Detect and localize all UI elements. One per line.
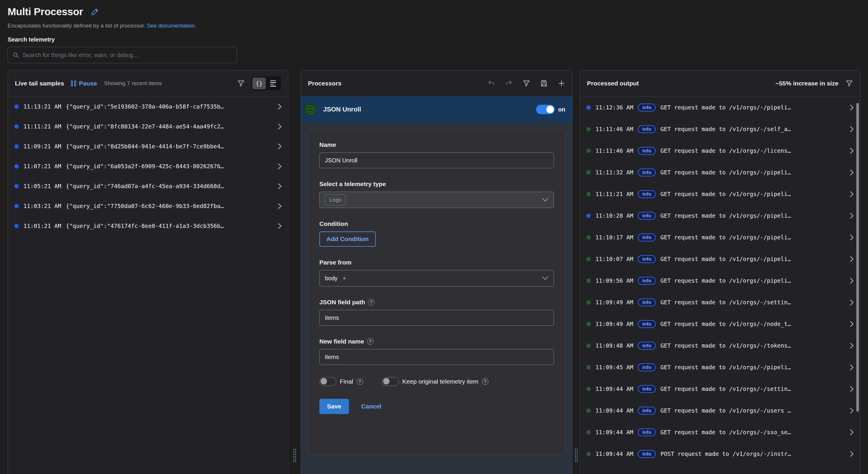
chevron-right-icon[interactable] xyxy=(850,256,854,262)
new-field-name-input[interactable] xyxy=(319,349,554,365)
search-input[interactable] xyxy=(23,52,232,59)
processed-output-row[interactable]: 11:09:49 AM info GET request made to /v1… xyxy=(580,313,860,335)
processor-enabled-toggle[interactable] xyxy=(536,105,555,114)
chevron-right-icon[interactable] xyxy=(850,126,854,132)
chevron-right-icon[interactable] xyxy=(850,408,854,414)
name-label: Name xyxy=(319,141,554,148)
telemetry-type-chip: Logs xyxy=(325,194,346,205)
processed-output-row[interactable]: 11:12:36 AM info GET request made to /v1… xyxy=(580,96,860,118)
log-level-dot xyxy=(14,204,19,208)
save-button[interactable]: Save xyxy=(319,399,349,414)
processed-output-row[interactable]: 11:10:17 AM info GET request made to /v1… xyxy=(580,227,860,248)
processed-output-filter-button[interactable] xyxy=(845,80,853,87)
log-message: GET request made to /v1/orgs/-/pipeli… xyxy=(660,104,791,111)
chevron-right-icon[interactable] xyxy=(850,429,854,435)
chevron-right-icon[interactable] xyxy=(850,278,854,284)
chevron-right-icon[interactable] xyxy=(850,148,854,154)
log-message: GET request made to /v1/orgs/-/settin… xyxy=(660,386,791,392)
live-tail-row[interactable]: 11:11:21 AM {"query_id":"8fc80134-22e7-4… xyxy=(8,116,288,136)
scrollbar-thumb[interactable] xyxy=(856,103,859,412)
chevron-right-icon[interactable] xyxy=(850,321,854,327)
chevron-right-icon[interactable] xyxy=(850,299,854,305)
processed-output-row[interactable]: 11:09:44 AM info GET request made to /v1… xyxy=(580,421,860,443)
resize-grip-icon[interactable] xyxy=(575,449,578,462)
chevron-right-icon[interactable] xyxy=(850,451,854,457)
help-icon[interactable]: ? xyxy=(482,378,488,385)
chevron-right-icon[interactable] xyxy=(850,364,854,371)
processor-row-json-unroll[interactable]: JSON Unroll on xyxy=(301,96,572,122)
resize-grip-icon[interactable] xyxy=(293,449,296,462)
live-tail-row[interactable]: 11:13:21 AM {"query_id":"5e193602-378a-4… xyxy=(8,96,288,116)
parse-from-select[interactable]: body + xyxy=(319,270,554,287)
live-tail-row[interactable]: 11:01:21 AM {"query_id":"476174fc-8ee0-4… xyxy=(8,216,288,236)
live-tail-row[interactable]: 11:09:21 AM {"query_id":"8d25b844-941e-4… xyxy=(8,136,288,156)
info-level-badge: info xyxy=(638,125,656,133)
chevron-right-icon[interactable] xyxy=(850,213,854,219)
chevron-right-icon[interactable] xyxy=(850,386,854,392)
info-level-badge: info xyxy=(638,320,656,328)
chevron-right-icon[interactable] xyxy=(278,143,282,149)
name-input[interactable] xyxy=(319,152,554,168)
chevron-right-icon[interactable] xyxy=(850,191,854,197)
chevron-right-icon[interactable] xyxy=(278,123,282,129)
log-level-dot xyxy=(14,164,19,169)
processed-output-row[interactable]: 11:09:44 AM info GET request made to /v1… xyxy=(580,378,860,400)
log-level-dot xyxy=(586,452,591,456)
processors-filter-button[interactable] xyxy=(523,80,530,87)
chevron-right-icon[interactable] xyxy=(278,163,282,170)
log-message: GET request made to /v1/orgs/-/self_a… xyxy=(660,126,791,132)
json-field-path-input[interactable] xyxy=(319,310,554,326)
see-documentation-link[interactable]: See documentation. xyxy=(147,23,196,29)
log-level-dot xyxy=(586,170,591,175)
live-tail-filter-button[interactable] xyxy=(237,80,245,87)
add-processor-button[interactable] xyxy=(558,80,565,87)
chevron-right-icon[interactable] xyxy=(850,343,854,349)
chevron-right-icon[interactable] xyxy=(278,223,282,229)
keep-original-toggle[interactable] xyxy=(382,377,399,386)
help-icon[interactable]: ? xyxy=(357,378,363,385)
chevron-right-icon[interactable] xyxy=(850,234,854,240)
chevron-right-icon[interactable] xyxy=(278,183,282,189)
processed-output-row[interactable]: 11:11:32 AM info GET request made to /v1… xyxy=(580,161,860,183)
chevron-right-icon[interactable] xyxy=(850,105,854,111)
list-view-button[interactable] xyxy=(267,78,280,89)
help-icon[interactable]: ? xyxy=(368,299,374,305)
cancel-button[interactable]: Cancel xyxy=(361,403,381,410)
processors-header: Processors xyxy=(301,70,572,96)
processed-output-row[interactable]: 11:11:21 AM info GET request made to /v1… xyxy=(580,183,860,205)
processed-output-row[interactable]: 11:09:48 AM info GET request made to /v1… xyxy=(580,335,860,356)
log-level-dot xyxy=(586,105,591,110)
info-level-badge: info xyxy=(638,298,656,306)
search-box[interactable] xyxy=(8,47,237,63)
processed-output-row[interactable]: 11:11:46 AM info GET request made to /v1… xyxy=(580,118,860,140)
processed-output-row[interactable]: 11:09:56 AM info GET request made to /v1… xyxy=(580,270,860,291)
help-icon[interactable]: ? xyxy=(367,338,373,345)
undo-button[interactable] xyxy=(488,80,495,87)
pause-button[interactable]: Pause xyxy=(71,80,97,87)
log-timestamp: 11:10:28 AM xyxy=(595,212,633,219)
chevron-right-icon[interactable] xyxy=(850,170,854,176)
final-toggle[interactable] xyxy=(319,377,336,386)
processed-output-row[interactable]: 11:09:44 AM info GET request made to /v1… xyxy=(580,400,860,421)
json-view-button[interactable]: {} xyxy=(252,78,266,89)
save-pipeline-button[interactable] xyxy=(540,80,548,87)
chevron-right-icon[interactable] xyxy=(278,203,282,209)
processed-output-row[interactable]: 11:09:49 AM info GET request made to /v1… xyxy=(580,291,860,313)
processed-output-row[interactable]: 11:11:46 AM info GET request made to /v1… xyxy=(580,140,860,161)
add-field-plus-icon[interactable]: + xyxy=(342,274,346,283)
processed-output-row[interactable]: 11:10:07 AM info GET request made to /v1… xyxy=(580,248,860,270)
chevron-right-icon[interactable] xyxy=(278,103,282,110)
log-message: GET request made to /v1/orgs/-/sso_se… xyxy=(660,429,791,436)
telemetry-type-label: Select a telemetry type xyxy=(319,180,554,187)
processed-output-row[interactable]: 11:09:44 AM info POST request made to /v… xyxy=(580,443,860,465)
log-level-dot xyxy=(586,235,591,240)
edit-title-pencil-icon[interactable] xyxy=(91,7,99,16)
redo-button[interactable] xyxy=(505,80,513,87)
processed-output-row[interactable]: 11:09:45 AM info GET request made to /v1… xyxy=(580,356,860,378)
live-tail-row[interactable]: 11:05:21 AM {"query_id":"746ad07a-a4fc-4… xyxy=(8,176,288,196)
live-tail-row[interactable]: 11:07:21 AM {"query_id":"6a053a2f-6909-4… xyxy=(8,156,288,176)
live-tail-row[interactable]: 11:03:21 AM {"query_id":"7750da07-6c62-4… xyxy=(8,196,288,216)
processed-output-row[interactable]: 11:10:28 AM info GET request made to /v1… xyxy=(580,205,860,227)
info-level-badge: info xyxy=(638,363,656,371)
add-condition-button[interactable]: Add Condition xyxy=(319,232,376,247)
